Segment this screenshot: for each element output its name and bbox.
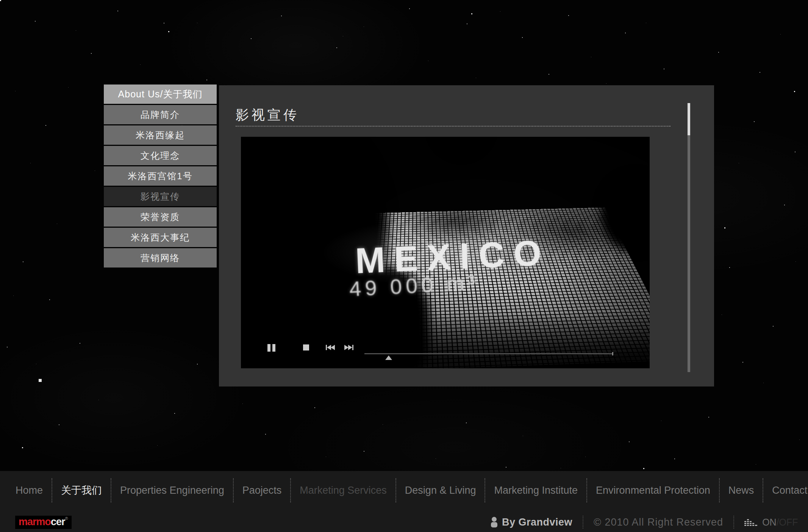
sidebar-item-marketing-network[interactable]: 营销网络 [104, 248, 217, 268]
sidebar-item-honors[interactable]: 荣誉资质 [104, 207, 217, 227]
sidebar-item-video-promo[interactable]: 影视宣传 [104, 187, 217, 206]
pause-button[interactable] [267, 344, 278, 354]
skip-back-icon[interactable] [325, 344, 336, 354]
content-panel: 影视宣传 MEXICO 49 000 m³ [219, 85, 714, 386]
grandview-credit-link[interactable]: By Grandview [491, 516, 572, 528]
nav-item-contact-us[interactable]: Contact us [763, 485, 808, 496]
marmocer-logo[interactable]: marmocer® [15, 516, 72, 529]
sidebar-item-palace-no1[interactable]: 米洛西宫馆1号 [104, 166, 217, 186]
nav-item-properties-engineering[interactable]: Properties Engineering [111, 485, 233, 496]
copyright-text: © 2010 All Right Reserved [594, 516, 723, 528]
logo-text-white: cer [51, 516, 65, 527]
page-background: About Us/关于我们 品牌简介 米洛西缘起 文化理念 米洛西宫馆1号 影视… [0, 0, 808, 532]
nav-item-design-living[interactable]: Design & Living [396, 485, 485, 496]
bottom-band: Home 关于我们 Properties Engineering Paoject… [0, 471, 808, 532]
nav-item-marketing-institute[interactable]: Marketing Institute [485, 485, 586, 496]
main-navigation: Home 关于我们 Properties Engineering Paoject… [7, 478, 808, 503]
sound-off-label: OFF [779, 517, 798, 528]
sound-slash: / [777, 517, 779, 528]
nav-item-about-us[interactable]: 关于我们 [52, 483, 111, 497]
nav-item-home[interactable]: Home [7, 485, 52, 496]
video-seek-bar[interactable] [364, 353, 613, 354]
video-player[interactable]: MEXICO 49 000 m³ [241, 137, 650, 368]
stop-button[interactable] [302, 344, 314, 354]
nav-item-paojects[interactable]: Paojects [234, 485, 291, 496]
footer-bar: marmocer® By Grandview © 2010 All Right … [0, 513, 808, 532]
seek-bar-endcap [612, 352, 613, 355]
grandview-icon [491, 516, 498, 528]
nav-item-news[interactable]: News [720, 485, 763, 496]
footer-separator [583, 516, 583, 529]
logo-text-red: marmo [19, 516, 51, 527]
sound-on-label: ON [762, 517, 777, 528]
equalizer-icon [744, 517, 757, 527]
panel-scrollbar-track[interactable] [688, 103, 690, 372]
bright-star [39, 379, 42, 382]
starfield-layer [0, 0, 1, 1]
page-title: 影视宣传 [236, 106, 299, 124]
registered-mark: ® [65, 516, 68, 521]
footer-separator [733, 516, 734, 529]
credit-text: By Grandview [502, 516, 572, 528]
sidebar-item-origin[interactable]: 米洛西缘起 [104, 125, 217, 145]
sidebar-header-about-us[interactable]: About Us/关于我们 [104, 84, 217, 104]
skip-forward-icon[interactable] [344, 344, 355, 354]
panel-scrollbar-thumb[interactable] [688, 103, 690, 135]
nav-item-marketing-services[interactable]: Marketing Services [291, 485, 395, 496]
sound-toggle[interactable]: ON/OFF [744, 517, 798, 528]
footer-right-cluster: By Grandview © 2010 All Right Reserved [491, 513, 808, 531]
sidebar-item-brand-intro[interactable]: 品牌简介 [104, 105, 217, 124]
seek-handle[interactable] [385, 355, 392, 360]
sidebar-item-milestones[interactable]: 米洛西大事纪 [104, 228, 217, 247]
about-sidebar-menu: About Us/关于我们 品牌简介 米洛西缘起 文化理念 米洛西宫馆1号 影视… [104, 84, 217, 268]
title-divider [236, 126, 670, 127]
nav-item-environmental-protection[interactable]: Environmental Protection [587, 485, 719, 496]
sidebar-item-culture[interactable]: 文化理念 [104, 146, 217, 165]
